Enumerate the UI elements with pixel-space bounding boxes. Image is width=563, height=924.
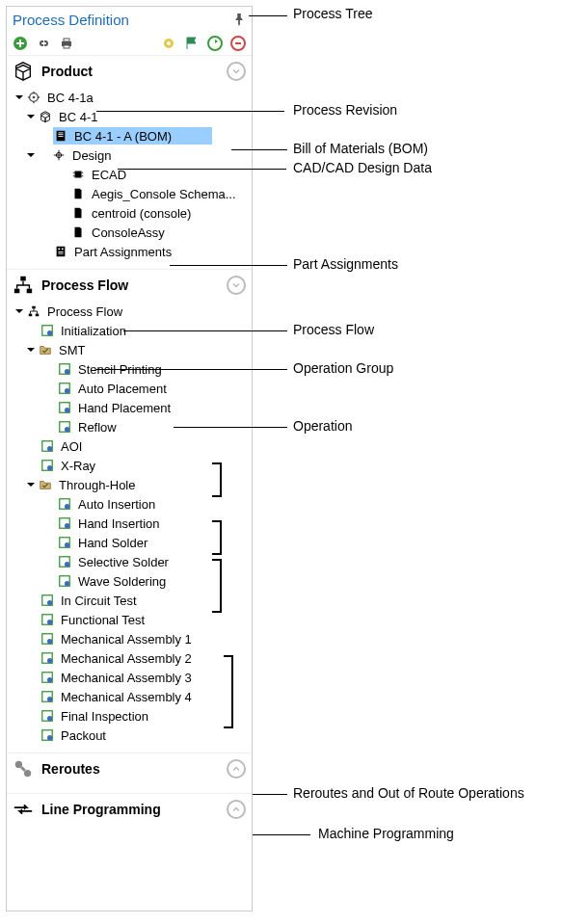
refresh-green-icon[interactable] — [207, 36, 223, 51]
node-label: BC 4-1 — [57, 110, 99, 124]
tree-row[interactable]: BC 4-1 — [7, 107, 252, 126]
operation-icon — [57, 381, 72, 396]
twisty-open-icon[interactable] — [24, 148, 38, 162]
tree-row-smt[interactable]: SMT — [7, 340, 252, 359]
collapse-icon[interactable] — [227, 62, 246, 81]
node-label: Auto Insertion — [76, 497, 157, 512]
gear-icon — [26, 90, 41, 105]
svg-point-67 — [47, 658, 52, 663]
section-flow[interactable]: Process Flow — [7, 269, 252, 300]
callout-line — [118, 169, 286, 170]
svg-point-59 — [65, 581, 69, 586]
tree-row-flowroot[interactable]: Process Flow — [7, 302, 252, 321]
expand-icon[interactable] — [227, 759, 246, 779]
callout-line — [123, 330, 287, 331]
section-product[interactable]: Product — [7, 55, 252, 86]
svg-rect-32 — [27, 288, 32, 293]
node-label: BC 4-1 - A (BOM) — [72, 129, 174, 144]
operation-icon — [57, 515, 72, 531]
section-label: Line Programming — [41, 802, 219, 817]
tree-row[interactable]: Auto Placement — [7, 379, 252, 398]
node-label: Through-Hole — [57, 478, 138, 492]
callout-line — [253, 794, 287, 795]
tree-row[interactable]: Final Inspection — [7, 706, 252, 726]
tree-row[interactable]: ConsoleAssy — [7, 223, 252, 242]
tree-row[interactable]: Mechanical Assembly 4 — [7, 687, 252, 706]
pin-icon[interactable] — [232, 13, 246, 26]
tree-row[interactable]: ECAD — [7, 165, 252, 184]
node-label: Mechanical Assembly 2 — [59, 651, 194, 666]
twisty-open-icon[interactable] — [24, 343, 38, 356]
operation-icon — [57, 573, 72, 589]
node-label: SMT — [57, 343, 87, 357]
link-icon[interactable] — [36, 36, 51, 51]
twisty-open-icon[interactable] — [13, 304, 26, 318]
operation-icon — [40, 631, 55, 647]
print-icon[interactable] — [59, 36, 74, 51]
svg-rect-31 — [14, 288, 20, 293]
node-label: Final Inspection — [59, 709, 150, 724]
svg-point-49 — [47, 465, 52, 470]
operation-icon — [57, 400, 72, 415]
node-label: Part Assignments — [72, 245, 174, 259]
node-label: Design — [70, 148, 113, 163]
node-label: centroid (console) — [90, 206, 193, 221]
expand-icon[interactable] — [227, 800, 246, 819]
callout-line — [253, 834, 310, 835]
twisty-open-icon[interactable] — [13, 91, 26, 104]
tree-row[interactable]: Packout — [7, 726, 252, 745]
tree-row-handplace[interactable]: Hand Placement — [7, 398, 252, 417]
node-label: AOI — [59, 439, 84, 454]
bracket-decoration — [212, 559, 222, 613]
tree-row[interactable]: Aegis_Console Schema... — [7, 184, 252, 203]
operation-icon — [40, 670, 55, 685]
node-label: Aegis_Console Schema... — [90, 187, 238, 201]
callout-text: Part Assignments — [293, 256, 398, 272]
section-label: Process Flow — [41, 277, 219, 293]
node-label: Functional Test — [59, 613, 147, 627]
twisty-open-icon[interactable] — [24, 110, 38, 123]
collapse-icon[interactable] — [227, 276, 246, 295]
bracket-decoration — [212, 462, 222, 497]
panel-title: Process Definition — [13, 12, 129, 28]
tree-row[interactable]: centroid (console) — [7, 203, 252, 223]
node-label: X-Ray — [59, 459, 97, 473]
operation-icon — [57, 361, 72, 377]
tree-row[interactable]: AOI — [7, 436, 252, 456]
node-label: Wave Soldering — [76, 574, 168, 589]
gear-yellow-icon[interactable] — [161, 36, 176, 51]
operation-icon — [40, 438, 55, 454]
folder-check-icon — [38, 477, 53, 492]
panel-toolbar — [7, 32, 252, 55]
svg-rect-3 — [64, 45, 69, 48]
tree-row[interactable]: Auto Insertion — [7, 494, 252, 514]
svg-point-37 — [47, 330, 52, 335]
tree-row-revision[interactable]: BC 4-1a — [7, 88, 252, 107]
remove-red-icon[interactable] — [230, 36, 246, 51]
callout-line — [249, 15, 287, 16]
tree-row[interactable]: Mechanical Assembly 1 — [7, 629, 252, 648]
process-definition-panel: Process Definition Pr — [6, 6, 253, 911]
file-icon — [70, 224, 86, 240]
node-label: Reflow — [76, 420, 119, 435]
add-icon[interactable] — [13, 36, 28, 51]
operation-icon — [40, 593, 55, 608]
callout-text: Reroutes and Out of Route Operations — [293, 785, 524, 801]
product-tree: BC 4-1a BC 4-1 BC 4-1 - A (BOM) Design E… — [7, 86, 252, 269]
flag-green-icon[interactable] — [184, 36, 200, 51]
node-label: BC 4-1a — [45, 91, 95, 105]
tree-row-design[interactable]: Design — [7, 145, 252, 165]
tree-row[interactable]: Functional Test — [7, 610, 252, 629]
tree-row-parts[interactable]: Part Assignments — [7, 242, 252, 261]
tree-row-bom[interactable]: BC 4-1 - A (BOM) — [7, 126, 252, 145]
node-label: Packout — [59, 728, 108, 743]
node-label: Mechanical Assembly 1 — [59, 632, 194, 647]
svg-rect-26 — [58, 249, 60, 251]
tree-row[interactable]: Mechanical Assembly 2 — [7, 648, 252, 668]
section-lineprog[interactable]: Line Programming — [7, 793, 252, 824]
svg-point-39 — [65, 369, 69, 374]
twisty-open-icon[interactable] — [24, 478, 38, 491]
tree-row[interactable]: Mechanical Assembly 3 — [7, 668, 252, 687]
callout-text: Process Tree — [293, 6, 372, 21]
section-reroutes[interactable]: Reroutes — [7, 752, 252, 783]
